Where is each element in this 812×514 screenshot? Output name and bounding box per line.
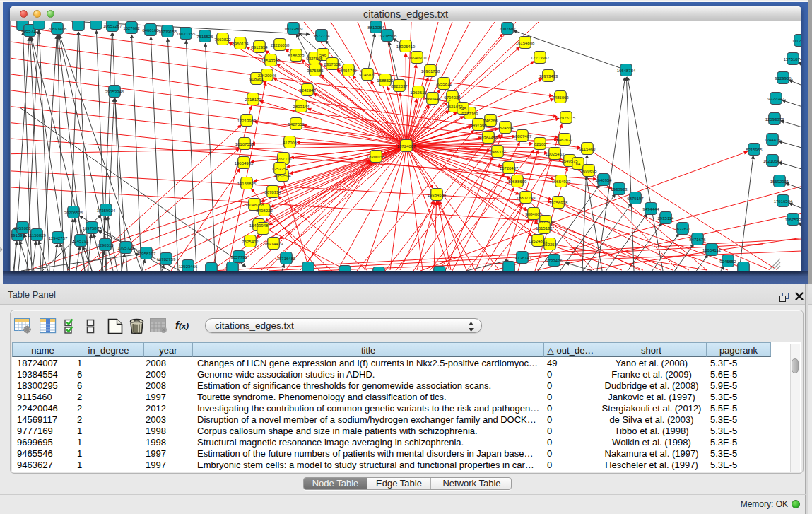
svg-text:16671355: 16671355: [177, 32, 196, 36]
svg-text:19384554: 19384554: [428, 193, 447, 197]
svg-text:5938923: 5938923: [611, 187, 628, 192]
svg-text:9463627: 9463627: [556, 138, 573, 142]
svg-text:7663822: 7663822: [214, 37, 231, 42]
svg-text:16033809: 16033809: [284, 27, 303, 31]
svg-text:10654112: 10654112: [702, 248, 722, 252]
svg-text:10975867: 10975867: [83, 226, 102, 230]
svg-text:9084067: 9084067: [525, 212, 542, 216]
svg-text:1588520: 1588520: [377, 78, 394, 83]
svg-text:7632621: 7632621: [674, 227, 691, 231]
svg-text:6466160: 6466160: [142, 28, 159, 33]
svg-text:7515526: 7515526: [196, 35, 213, 39]
svg-text:6794028: 6794028: [444, 95, 461, 100]
svg-text:10107553: 10107553: [235, 142, 254, 146]
svg-text:8322037: 8322037: [391, 84, 408, 88]
svg-text:2803144: 2803144: [293, 105, 310, 109]
svg-text:1167533: 1167533: [785, 218, 801, 222]
svg-text:8454749: 8454749: [340, 69, 357, 73]
svg-text:10025453: 10025453: [546, 152, 565, 156]
svg-text:2453081: 2453081: [14, 226, 31, 230]
svg-text:12213963: 12213963: [237, 119, 257, 123]
svg-text:2935114: 2935114: [658, 216, 675, 221]
svg-text:4055712: 4055712: [21, 29, 38, 33]
svg-text:10120746: 10120746: [536, 220, 555, 224]
svg-text:1527602: 1527602: [123, 26, 140, 30]
svg-text:1353359: 1353359: [271, 167, 288, 171]
svg-text:2367608: 2367608: [324, 62, 341, 66]
svg-text:19166825: 19166825: [237, 182, 257, 186]
svg-text:8813054: 8813054: [367, 25, 384, 30]
svg-text:29053346: 29053346: [105, 90, 124, 94]
svg-text:9474444: 9474444: [642, 207, 659, 211]
svg-text:15720407: 15720407: [500, 166, 519, 170]
svg-text:19756928: 19756928: [549, 201, 568, 205]
svg-text:19654923: 19654923: [552, 180, 571, 184]
svg-text:16543362: 16543362: [261, 59, 281, 63]
svg-text:1362615: 1362615: [410, 90, 427, 95]
svg-text:7485063: 7485063: [552, 95, 569, 100]
svg-text:9245652: 9245652: [719, 259, 736, 264]
svg-text:16046768: 16046768: [245, 203, 264, 207]
svg-text:1112741: 1112741: [792, 39, 801, 43]
svg-text:9129966: 9129966: [775, 76, 792, 81]
svg-text:10973493: 10973493: [539, 74, 558, 78]
svg-text:8960124: 8960124: [232, 42, 249, 46]
svg-text:9777169: 9777169: [461, 112, 478, 116]
svg-text:391591: 391591: [11, 233, 25, 238]
svg-text:9242848: 9242848: [299, 88, 316, 93]
svg-text:8186323: 8186323: [288, 54, 305, 58]
svg-text:18724007: 18724007: [397, 144, 416, 148]
svg-text:10653267: 10653267: [103, 24, 122, 28]
svg-text:1615132: 1615132: [536, 226, 553, 230]
svg-text:1733426: 1733426: [546, 259, 563, 263]
svg-text:1640954: 1640954: [595, 178, 612, 182]
svg-text:8678334: 8678334: [264, 190, 281, 194]
svg-text:7625402: 7625402: [242, 240, 259, 244]
svg-text:9146821: 9146821: [359, 73, 376, 77]
svg-text:252254: 252254: [543, 243, 558, 247]
svg-text:14136141: 14136141: [513, 256, 532, 260]
svg-text:19654985: 19654985: [235, 161, 254, 165]
svg-text:20691406: 20691406: [48, 27, 67, 31]
svg-text:18325419: 18325419: [396, 45, 416, 49]
svg-text:16782759: 16782759: [157, 257, 176, 262]
svg-text:17016504: 17016504: [774, 199, 793, 204]
svg-text:908961: 908961: [249, 77, 264, 81]
svg-text:1145191: 1145191: [73, 239, 90, 243]
svg-text:18807249: 18807249: [517, 196, 536, 200]
svg-text:3624554: 3624554: [497, 126, 514, 130]
svg-text:546: 546: [319, 53, 327, 57]
svg-text:8990448: 8990448: [424, 97, 441, 101]
svg-text:17359924: 17359924: [97, 209, 116, 213]
svg-text:7986322: 7986322: [489, 150, 506, 154]
svg-text:15692901: 15692901: [770, 180, 789, 184]
svg-text:545: 545: [459, 107, 467, 111]
svg-text:7955812: 7955812: [435, 82, 452, 86]
svg-text:16154808: 16154808: [516, 41, 535, 45]
svg-text:10807487: 10807487: [513, 134, 532, 139]
svg-text:16210643: 16210643: [763, 159, 782, 163]
svg-text:1290515: 1290515: [97, 243, 114, 247]
svg-text:9657791: 9657791: [230, 255, 247, 259]
svg-text:12093873: 12093873: [765, 117, 784, 122]
svg-text:8471676: 8471676: [689, 238, 706, 242]
svg-text:10688609: 10688609: [508, 180, 527, 184]
svg-text:1244415: 1244415: [764, 138, 781, 142]
svg-text:8215955: 8215955: [746, 148, 763, 152]
svg-text:62160: 62160: [534, 142, 546, 146]
svg-text:12923466: 12923466: [179, 264, 198, 269]
svg-text:2718170: 2718170: [245, 98, 261, 102]
svg-text:12213967: 12213967: [531, 56, 550, 60]
svg-text:3267110: 3267110: [276, 157, 293, 161]
svg-text:19218506: 19218506: [378, 34, 397, 38]
svg-text:746266: 746266: [483, 119, 498, 123]
svg-text:16409948: 16409948: [249, 223, 269, 228]
svg-text:18300295: 18300295: [367, 155, 386, 159]
svg-text:20364456: 20364456: [479, 136, 498, 140]
svg-text:23226058: 23226058: [271, 43, 290, 47]
svg-text:2087682: 2087682: [499, 27, 516, 31]
svg-text:20206526: 20206526: [64, 211, 83, 215]
svg-text:9115460: 9115460: [579, 147, 596, 151]
svg-text:3498222: 3498222: [256, 209, 273, 213]
svg-text:15716485: 15716485: [277, 257, 296, 261]
